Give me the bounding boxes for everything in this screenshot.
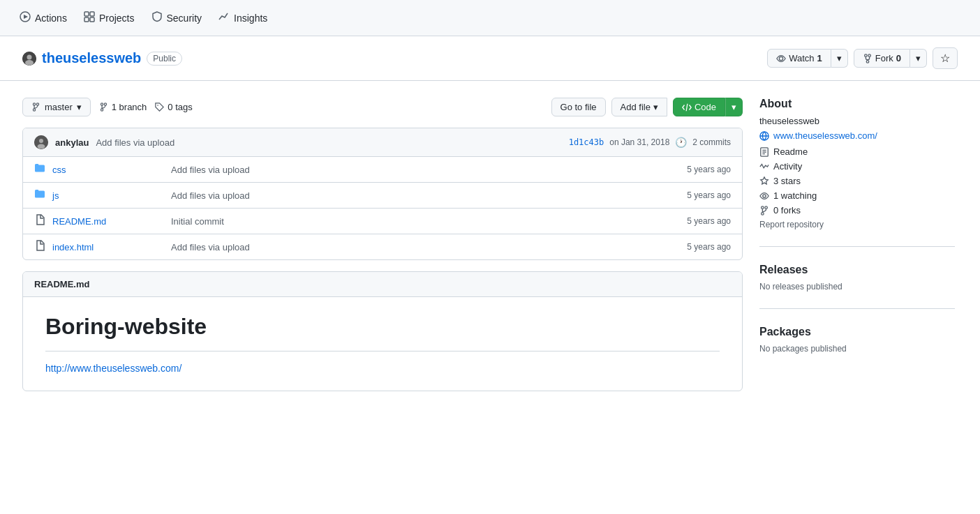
svg-point-24 (763, 194, 766, 197)
packages-section: Packages No packages published (759, 326, 955, 370)
file-commit-msg: Initial commit (171, 216, 680, 227)
table-row: README.md Initial commit 5 years ago (23, 209, 742, 234)
repo-sidebar: About theuselessweb www.theuselessweb.co… (759, 98, 955, 391)
readme-box: README.md Boring-website http://www.theu… (22, 271, 743, 391)
releases-title: Releases (759, 264, 955, 276)
svg-point-22 (38, 144, 45, 149)
repo-title-group: theuselessweb Public (22, 50, 182, 66)
clock-icon: 🕐 (675, 137, 687, 148)
readme-link[interactable]: http://www.theuselessweb.com/ (45, 363, 181, 374)
svg-point-18 (104, 103, 106, 105)
avatar (22, 52, 36, 66)
top-nav: Actions Projects Security Insights (0, 0, 980, 36)
code-button[interactable]: Code (673, 98, 725, 116)
svg-point-25 (762, 206, 764, 209)
file-time: 5 years ago (687, 216, 731, 226)
file-name[interactable]: css (52, 165, 164, 175)
packages-empty: No packages published (759, 344, 955, 354)
add-file-button[interactable]: Add file ▾ (611, 98, 667, 116)
commit-meta: 1d1c43b on Jan 31, 2018 🕐 2 commits (569, 137, 731, 148)
about-title: About (759, 98, 955, 110)
file-time: 5 years ago (687, 165, 731, 174)
svg-point-7 (27, 54, 32, 59)
file-time: 5 years ago (687, 242, 731, 252)
activity-link[interactable]: Activity (759, 161, 955, 172)
file-time: 5 years ago (687, 190, 731, 200)
svg-point-19 (158, 105, 159, 106)
table-row: css Add files via upload 5 years ago (23, 157, 742, 183)
commit-count[interactable]: 2 commits (692, 137, 731, 147)
repo-header: theuselessweb Public Watch 1 ▾ Fork 0 ▾ … (0, 36, 980, 81)
forks-count[interactable]: 0 forks (759, 205, 955, 216)
commit-avatar (34, 135, 48, 149)
releases-section: Releases No releases published (759, 264, 955, 309)
file-table: ankylau Add files via upload 1d1c43b on … (22, 128, 743, 260)
table-row: index.html Add files via upload 5 years … (23, 234, 742, 259)
commit-hash[interactable]: 1d1c43b (569, 137, 604, 147)
readme-header: README.md (23, 272, 742, 297)
svg-point-16 (101, 103, 103, 105)
file-commit-msg: Add files via upload (171, 242, 680, 252)
svg-point-15 (36, 103, 38, 105)
readme-link[interactable]: Readme (759, 146, 955, 157)
branch-bar: master ▾ 1 branch 0 tags Go to file Add … (22, 98, 743, 116)
file-icon (34, 240, 45, 254)
repo-main: master ▾ 1 branch 0 tags Go to file Add … (22, 98, 743, 391)
folder-icon (34, 188, 45, 202)
readme-content: Boring-website http://www.theuselessweb.… (23, 297, 742, 391)
file-icon (34, 214, 45, 228)
actions-icon (20, 11, 31, 25)
go-to-file-button[interactable]: Go to file (551, 98, 606, 116)
svg-point-9 (780, 56, 783, 60)
watch-caret-button[interactable]: ▾ (831, 49, 848, 68)
watching-count[interactable]: 1 watching (759, 190, 955, 201)
branch-selector[interactable]: master ▾ (22, 98, 91, 116)
report-repository-link[interactable]: Report repository (759, 220, 955, 229)
file-commit-msg: Add files via upload (171, 165, 680, 175)
nav-item-projects[interactable]: Projects (75, 6, 143, 31)
releases-empty: No releases published (759, 282, 955, 292)
nav-item-insights[interactable]: Insights (210, 6, 276, 31)
projects-icon (84, 11, 95, 25)
file-name[interactable]: index.html (52, 242, 164, 252)
packages-title: Packages (759, 326, 955, 338)
svg-point-21 (39, 139, 43, 143)
watch-btn-group: Watch 1 ▾ (767, 49, 848, 68)
tag-count-link[interactable]: 0 tags (155, 102, 192, 112)
add-file-btn-group: Add file ▾ (611, 98, 667, 116)
svg-rect-3 (90, 12, 94, 16)
commit-row: ankylau Add files via upload 1d1c43b on … (23, 128, 742, 157)
svg-marker-1 (24, 15, 28, 19)
svg-rect-5 (90, 17, 94, 22)
file-name[interactable]: README.md (52, 216, 164, 227)
commit-author[interactable]: ankylau (55, 137, 89, 148)
fork-caret-button[interactable]: ▾ (910, 49, 927, 68)
table-row: js Add files via upload 5 years ago (23, 183, 742, 209)
fork-button[interactable]: Fork 0 (854, 49, 910, 68)
nav-item-actions[interactable]: Actions (11, 6, 75, 31)
repo-actions: Watch 1 ▾ Fork 0 ▾ ☆ (767, 47, 958, 69)
sidebar-website-link[interactable]: www.theuselessweb.com/ (759, 130, 955, 141)
file-commit-msg: Add files via upload (171, 190, 680, 201)
main-content: master ▾ 1 branch 0 tags Go to file Add … (0, 81, 977, 408)
svg-point-10 (864, 54, 867, 56)
svg-point-26 (762, 212, 764, 215)
about-section: About theuselessweb www.theuselessweb.co… (759, 98, 955, 247)
svg-point-13 (33, 103, 35, 105)
code-caret-button[interactable]: ▾ (725, 98, 743, 116)
svg-point-12 (866, 60, 869, 63)
watch-button[interactable]: Watch 1 (767, 49, 831, 68)
stars-count[interactable]: 3 stars (759, 176, 955, 186)
readme-divider (45, 351, 720, 352)
branch-count-link[interactable]: 1 branch (99, 102, 147, 112)
repo-name[interactable]: theuselessweb (42, 50, 141, 66)
svg-point-17 (101, 109, 103, 111)
svg-point-27 (765, 206, 768, 209)
svg-rect-2 (84, 12, 89, 16)
svg-rect-4 (84, 17, 89, 22)
bar-actions: Go to file Add file ▾ Code ▾ (551, 98, 743, 116)
nav-item-security[interactable]: Security (143, 6, 211, 31)
svg-point-11 (868, 54, 871, 56)
file-name[interactable]: js (52, 190, 164, 201)
star-button[interactable]: ☆ (933, 47, 958, 69)
